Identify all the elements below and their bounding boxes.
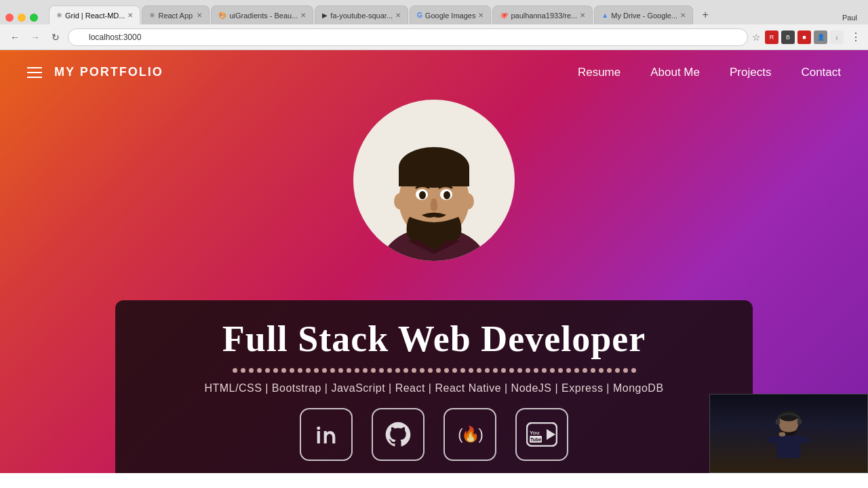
back-button[interactable]: ← bbox=[7, 29, 23, 45]
new-tab-button[interactable]: + bbox=[697, 7, 713, 23]
svg-point-24 bbox=[779, 432, 786, 436]
tab-4[interactable]: ▶ fa-youtube-squar... ✕ bbox=[315, 5, 408, 24]
refresh-button[interactable]: ↻ bbox=[47, 29, 64, 45]
nav-link-about[interactable]: About Me bbox=[650, 66, 700, 79]
bottom-card: Full Stack Web Developer bbox=[115, 300, 753, 473]
svg-point-10 bbox=[443, 191, 450, 199]
tab-2[interactable]: ⚛ React App ✕ bbox=[142, 5, 210, 24]
browser-toolbar: ← → ↻ ☆ R B ■ 👤 ↓ ⋮ bbox=[0, 24, 868, 50]
ext-icon-4[interactable]: 👤 bbox=[814, 30, 827, 44]
browser-user-label: Paul bbox=[842, 14, 857, 22]
tab-7[interactable]: ▲ My Drive - Google... ✕ bbox=[594, 5, 693, 24]
nav-link-resume[interactable]: Resume bbox=[578, 66, 620, 79]
svg-rect-4 bbox=[399, 167, 469, 186]
tab-1-favicon: ⚛ bbox=[56, 12, 62, 19]
tab-3-close[interactable]: ✕ bbox=[300, 12, 306, 19]
freecodecamp-icon[interactable]: (🔥) bbox=[443, 408, 496, 461]
ext-icon-5[interactable]: ↓ bbox=[830, 30, 844, 44]
nav-left: MY PORTFOLIO bbox=[27, 65, 163, 79]
tab-5-close[interactable]: ✕ bbox=[478, 12, 484, 19]
linkedin-icon[interactable] bbox=[300, 408, 353, 461]
tab-3-favicon: 🎨 bbox=[218, 12, 226, 19]
svg-point-6 bbox=[462, 193, 474, 209]
browser-chrome: ⚛ Grid | React-MD... ✕ ⚛ React App ✕ 🎨 u… bbox=[0, 0, 868, 50]
fcc-symbol: (🔥) bbox=[458, 426, 482, 443]
nav-logo: MY PORTFOLIO bbox=[54, 65, 163, 79]
avatar-container bbox=[0, 100, 868, 261]
youtube-icon[interactable]: You Tube bbox=[515, 408, 568, 461]
tab-2-close[interactable]: ✕ bbox=[197, 12, 202, 19]
tab-7-favicon: ▲ bbox=[601, 12, 608, 19]
youtube-logo: You Tube bbox=[526, 422, 557, 447]
dotted-divider bbox=[142, 368, 726, 373]
bookmark-icon[interactable]: ☆ bbox=[752, 32, 761, 43]
svg-point-5 bbox=[394, 193, 406, 209]
tab-4-favicon: ▶ bbox=[322, 12, 328, 19]
tab-1[interactable]: ⚛ Grid | React-MD... ✕ bbox=[49, 5, 140, 24]
tab-1-close[interactable]: ✕ bbox=[127, 12, 133, 19]
tab-5-favicon: G bbox=[417, 12, 422, 19]
svg-rect-20 bbox=[797, 419, 802, 424]
forward-button[interactable]: → bbox=[27, 29, 43, 45]
minimize-dot[interactable] bbox=[18, 14, 26, 22]
github-logo bbox=[383, 420, 413, 449]
hero-title: Full Stack Web Developer bbox=[142, 318, 726, 360]
tab-6-favicon: 🐙 bbox=[500, 12, 508, 19]
navbar: MY PORTFOLIO Resume About Me Projects Co… bbox=[0, 50, 868, 94]
avatar-illustration bbox=[366, 112, 502, 261]
tab-3[interactable]: 🎨 uiGradients - Beau... ✕ bbox=[211, 5, 313, 24]
webcam-feed bbox=[710, 394, 867, 472]
webcam-overlay bbox=[709, 394, 868, 473]
tab-6[interactable]: 🐙 paulhanna1933/re... ✕ bbox=[492, 5, 593, 24]
tab-6-close[interactable]: ✕ bbox=[580, 12, 585, 19]
avatar-circle bbox=[353, 100, 515, 261]
close-dot[interactable] bbox=[5, 14, 14, 22]
tab-1-label: Grid | React-MD... bbox=[65, 12, 125, 20]
ext-icon-1[interactable]: R bbox=[765, 30, 778, 44]
tab-2-favicon: ⚛ bbox=[149, 12, 155, 19]
hamburger-line-3 bbox=[27, 77, 42, 78]
tab-4-close[interactable]: ✕ bbox=[395, 12, 401, 19]
social-icons: (🔥) You Tube bbox=[142, 408, 726, 461]
nav-link-contact[interactable]: Contact bbox=[801, 66, 841, 79]
address-bar[interactable] bbox=[68, 28, 748, 46]
webcam-person-silhouette bbox=[762, 409, 816, 458]
chrome-menu-button[interactable]: ⋮ bbox=[850, 30, 861, 43]
tab-5-label: Google Images bbox=[425, 12, 476, 20]
zoom-dot[interactable] bbox=[30, 14, 38, 22]
tab-7-close[interactable]: ✕ bbox=[680, 12, 686, 19]
svg-text:You: You bbox=[530, 430, 540, 436]
tab-3-label: uiGradients - Beau... bbox=[229, 12, 298, 20]
svg-text:Tube: Tube bbox=[530, 437, 541, 442]
svg-marker-16 bbox=[547, 429, 555, 440]
svg-rect-23 bbox=[800, 436, 809, 443]
hamburger-menu[interactable] bbox=[27, 67, 42, 78]
svg-point-9 bbox=[419, 191, 426, 199]
github-icon[interactable] bbox=[372, 408, 425, 461]
hamburger-line-1 bbox=[27, 67, 42, 68]
tab-2-label: React App bbox=[158, 12, 194, 20]
svg-rect-21 bbox=[776, 435, 800, 458]
svg-rect-22 bbox=[768, 436, 778, 443]
tab-6-label: paulhanna1933/re... bbox=[511, 12, 577, 20]
tab-4-label: fa-youtube-squar... bbox=[330, 12, 393, 20]
browser-tabs: ⚛ Grid | React-MD... ✕ ⚛ React App ✕ 🎨 u… bbox=[0, 0, 868, 24]
linkedin-logo bbox=[313, 421, 340, 448]
extensions-area: R B ■ 👤 ↓ bbox=[765, 30, 844, 44]
skills-text: HTML/CSS | Bootstrap | JavaScript | Reac… bbox=[142, 382, 726, 394]
window-controls bbox=[5, 14, 38, 22]
tab-7-label: My Drive - Google... bbox=[611, 12, 677, 20]
nav-links: Resume About Me Projects Contact bbox=[578, 66, 841, 79]
hamburger-line-2 bbox=[27, 72, 42, 73]
svg-rect-19 bbox=[776, 419, 780, 424]
ext-icon-2[interactable]: B bbox=[781, 30, 795, 44]
tab-5[interactable]: G Google Images ✕ bbox=[410, 5, 491, 24]
nav-link-projects[interactable]: Projects bbox=[730, 66, 771, 79]
portfolio-page: MY PORTFOLIO Resume About Me Projects Co… bbox=[0, 50, 868, 473]
ext-icon-3[interactable]: ■ bbox=[797, 30, 811, 44]
